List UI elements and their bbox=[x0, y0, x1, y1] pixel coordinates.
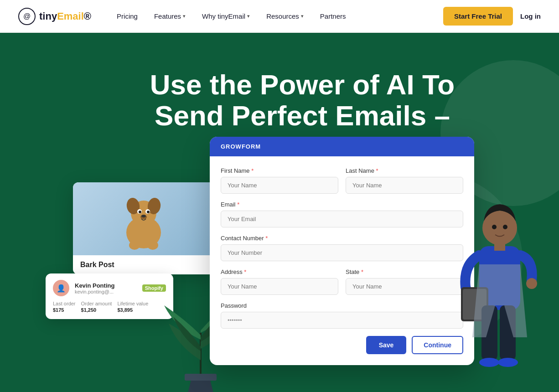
password-input[interactable] bbox=[221, 312, 463, 329]
last-name-label: Last Name * bbox=[346, 167, 463, 174]
contact-input[interactable] bbox=[221, 244, 463, 261]
contact-group: Contact Number * bbox=[221, 235, 463, 261]
customer-stats: Last order $175 Order amount $1,250 Life… bbox=[53, 301, 166, 313]
navbar: @ tinyEmail® Pricing Features ▾ Why tiny… bbox=[0, 0, 559, 33]
customer-name: Kevin Ponting bbox=[75, 282, 137, 289]
hero-section: Use the Power of AI To Send Perfect Emai… bbox=[0, 33, 559, 392]
customer-email: kevin.ponting@... bbox=[75, 289, 137, 294]
address-row: Address * State * bbox=[221, 268, 463, 295]
email-group: Email * bbox=[221, 201, 463, 227]
logo-text: tinyEmail® bbox=[39, 10, 91, 22]
stat-lifetime-value: Lifetime value $3,895 bbox=[117, 301, 148, 313]
start-free-trial-button[interactable]: Start Free Trial bbox=[443, 7, 513, 26]
svg-point-22 bbox=[479, 358, 499, 367]
name-row: First Name * Last Name * bbox=[221, 167, 463, 194]
email-row: Email * bbox=[221, 201, 463, 227]
nav-partners[interactable]: Partners bbox=[313, 9, 353, 24]
last-name-group: Last Name * bbox=[346, 167, 463, 194]
address-input[interactable] bbox=[221, 278, 338, 295]
svg-point-6 bbox=[139, 211, 141, 213]
contact-label: Contact Number * bbox=[221, 235, 463, 242]
growform-title: GROWFORM bbox=[221, 143, 463, 150]
svg-point-17 bbox=[526, 278, 537, 289]
email-card: Bark Post bbox=[73, 182, 214, 274]
login-button[interactable]: Log in bbox=[520, 12, 541, 20]
state-group: State * bbox=[346, 268, 463, 295]
stat-order-amount: Order amount $1,250 bbox=[81, 301, 112, 313]
email-input[interactable] bbox=[221, 211, 463, 227]
customer-header: 👤 Kevin Ponting kevin.ponting@... Shopif… bbox=[53, 280, 166, 296]
svg-point-23 bbox=[498, 358, 518, 367]
state-label: State * bbox=[346, 268, 463, 275]
resources-chevron-icon: ▾ bbox=[301, 13, 304, 19]
svg-point-10 bbox=[129, 241, 140, 250]
features-chevron-icon: ▾ bbox=[183, 13, 186, 19]
first-name-input[interactable] bbox=[221, 177, 338, 194]
email-card-body: Bark Post bbox=[73, 255, 214, 274]
email-card-image bbox=[73, 182, 214, 255]
dog-illustration bbox=[119, 187, 169, 251]
email-label: Email * bbox=[221, 201, 463, 208]
customer-card: 👤 Kevin Ponting kevin.ponting@... Shopif… bbox=[46, 273, 173, 319]
address-label: Address * bbox=[221, 268, 338, 275]
nav-why-tinyemail[interactable]: Why tinyEmail ▾ bbox=[195, 9, 257, 24]
customer-avatar: 👤 bbox=[53, 280, 69, 296]
first-name-group: First Name * bbox=[221, 167, 338, 194]
password-label: Password bbox=[221, 302, 463, 309]
password-row: Password bbox=[221, 302, 463, 329]
nav-pricing[interactable]: Pricing bbox=[109, 9, 145, 24]
state-input[interactable] bbox=[346, 278, 463, 295]
svg-rect-12 bbox=[185, 374, 217, 381]
why-chevron-icon: ▾ bbox=[247, 13, 250, 19]
nav-links: Pricing Features ▾ Why tinyEmail ▾ Resou… bbox=[109, 9, 443, 24]
first-name-label: First Name * bbox=[221, 167, 338, 174]
growform-header: GROWFORM bbox=[210, 137, 474, 156]
stat-last-order: Last order $175 bbox=[53, 301, 76, 313]
email-brand: Bark Post bbox=[80, 261, 207, 269]
person-illustration bbox=[459, 155, 541, 392]
svg-point-11 bbox=[147, 241, 158, 250]
svg-rect-16 bbox=[494, 242, 505, 251]
password-group: Password bbox=[221, 302, 463, 329]
svg-point-24 bbox=[492, 225, 497, 229]
svg-point-9 bbox=[141, 215, 146, 217]
logo-icon: @ bbox=[18, 8, 36, 25]
continue-button[interactable]: Continue bbox=[412, 336, 463, 354]
form-actions: Save Continue bbox=[221, 336, 463, 354]
last-name-input[interactable] bbox=[346, 177, 463, 194]
hero-floats: Bark Post 👤 Kevin Ponting kevin.ponting@… bbox=[0, 137, 559, 392]
address-group: Address * bbox=[221, 268, 338, 295]
logo[interactable]: @ tinyEmail® bbox=[18, 8, 91, 25]
customer-info: Kevin Ponting kevin.ponting@... bbox=[75, 282, 137, 294]
growform-body: First Name * Last Name * bbox=[210, 156, 474, 365]
nav-features[interactable]: Features ▾ bbox=[147, 9, 193, 24]
contact-row: Contact Number * bbox=[221, 235, 463, 261]
svg-point-25 bbox=[503, 225, 507, 229]
save-button[interactable]: Save bbox=[366, 336, 407, 354]
nav-actions: Start Free Trial Log in bbox=[443, 7, 541, 26]
nav-resources[interactable]: Resources ▾ bbox=[259, 9, 311, 24]
growform-card: GROWFORM First Name * Last Name * bbox=[210, 137, 474, 365]
svg-point-7 bbox=[147, 211, 150, 213]
